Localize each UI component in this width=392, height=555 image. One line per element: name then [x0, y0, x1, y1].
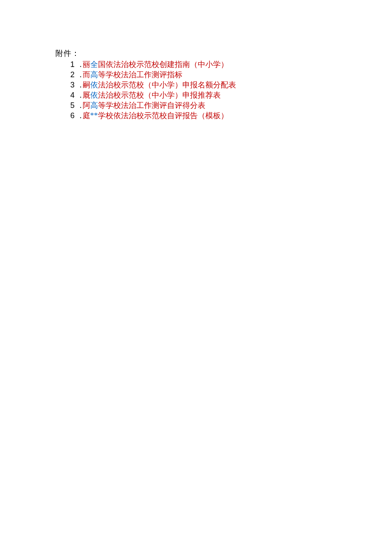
item-number: 4	[70, 90, 76, 100]
list-item: 3 . 嗣依法治校示范校（中小学）申报名额分配表	[70, 80, 392, 90]
item-text: 等学校法治工作测评自评得分表	[98, 101, 205, 110]
item-text: 学校依法治校示范校自评报告（模板）	[98, 111, 228, 120]
item-prefix: 嗣	[83, 81, 90, 89]
attachments-list: 1 . 丽全国依法治校示范校创建指南（中小学） 2 . 而高等学校法治工作测评指…	[55, 59, 392, 121]
item-text: 等学校法治工作测评指标	[98, 70, 182, 79]
item-link-char[interactable]: 全	[90, 60, 98, 69]
item-link-char[interactable]: 高	[90, 101, 98, 110]
item-number: 6	[70, 110, 76, 121]
list-item: 4 . 厩依法治校示范校（中小学）申报推荐表	[70, 90, 392, 100]
attachments-header: 附件：	[55, 48, 392, 58]
item-number: 1	[70, 59, 76, 70]
item-link-char[interactable]: **	[90, 111, 98, 120]
item-number: 3	[70, 80, 76, 90]
item-dot: .	[80, 110, 82, 121]
item-dot: .	[80, 90, 82, 100]
item-text: 国依法治校示范校创建指南（中小学）	[98, 60, 228, 69]
item-number: 2	[70, 70, 76, 80]
item-prefix: 阿	[83, 101, 90, 110]
list-item: 1 . 丽全国依法治校示范校创建指南（中小学）	[70, 59, 392, 70]
item-prefix: 而	[83, 70, 90, 79]
item-dot: .	[80, 70, 82, 80]
list-item: 5 . 阿高等学校法治工作测评自评得分表	[70, 100, 392, 110]
item-dot: .	[80, 100, 82, 110]
item-text: 法治校示范校（中小学）申报推荐表	[98, 91, 221, 99]
list-item: 2 . 而高等学校法治工作测评指标	[70, 70, 392, 80]
item-prefix: 丽	[83, 60, 90, 69]
list-item: 6 . 庭**学校依法治校示范校自评报告（模板）	[70, 110, 392, 121]
item-dot: .	[80, 80, 82, 90]
item-prefix: 庭	[83, 111, 90, 120]
item-link-char[interactable]: 依	[90, 91, 98, 99]
item-dot: .	[80, 59, 82, 70]
item-link-char[interactable]: 依	[90, 81, 98, 89]
item-link-char[interactable]: 高	[90, 70, 98, 79]
item-prefix: 厩	[83, 91, 90, 99]
item-text: 法治校示范校（中小学）申报名额分配表	[98, 81, 236, 89]
item-number: 5	[70, 100, 76, 110]
